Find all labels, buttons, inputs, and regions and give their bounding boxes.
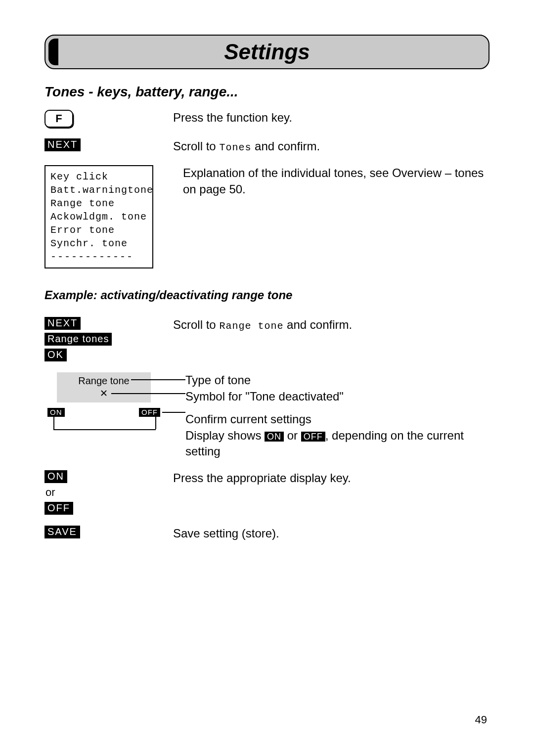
next-softkey: NEXT <box>44 138 81 151</box>
text-fragment: Display shows <box>185 429 265 442</box>
lcd-screen: Range tone ✕ <box>57 372 151 402</box>
example-diagram-row: Range tone ✕ ON OFF Type of tone Symbol … <box>44 372 490 459</box>
ok-softkey: OK <box>44 349 67 361</box>
example-scroll-text: Scroll to Range tone and confirm. <box>173 317 490 333</box>
text-fragment: or <box>284 429 301 442</box>
connector-line <box>131 379 185 380</box>
menu-item: Ackowldgm. tone <box>50 211 148 222</box>
page: Settings Tones - keys, battery, range...… <box>0 0 534 756</box>
text-post: and confirm. <box>283 318 352 331</box>
save-softkey: SAVE <box>44 526 80 538</box>
save-instruction: Save setting (store). <box>173 526 490 541</box>
diagram-softkey-row: ON OFF <box>44 408 163 416</box>
step-menu-row: Key click Batt.warningtone Range tone Ac… <box>44 165 490 268</box>
range-tones-softkey: Range tones <box>44 333 112 346</box>
page-number: 49 <box>475 713 487 726</box>
diagram-label-type: Type of tone <box>185 372 490 388</box>
step-next-tones-row: NEXT Scroll to Tones and confirm. <box>44 138 490 154</box>
onoff-instruction: Press the appropriate display key. <box>173 470 490 486</box>
lcd-tones: Tones <box>219 142 251 153</box>
next-softkey: NEXT <box>44 317 81 330</box>
text-post: and confirm. <box>251 139 320 153</box>
diagram-label-symbol: Symbol for "Tone deactivated" <box>185 389 490 404</box>
lcd-menu-box: Key click Batt.warningtone Range tone Ac… <box>44 165 153 268</box>
banner-tab-decoration <box>48 39 58 65</box>
diagram-tone-label: Range tone <box>61 375 147 387</box>
connector-line <box>111 393 185 394</box>
text-pre: Scroll to <box>173 318 219 331</box>
lcd-diagram: Range tone ✕ ON OFF <box>44 372 173 437</box>
menu-item-dashes: ------------ <box>50 251 148 263</box>
menu-item: Error tone <box>50 224 148 236</box>
text-pre: Scroll to <box>173 139 219 153</box>
page-title: Settings <box>224 40 310 64</box>
example-onoff-row: ON or OFF Press the appropriate display … <box>44 470 490 515</box>
step-fkey-text: Press the function key. <box>173 110 490 126</box>
menu-item: Key click <box>50 171 148 182</box>
on-softkey: ON <box>44 470 67 483</box>
lcd-range-tone: Range tone <box>219 320 283 332</box>
on-inline: ON <box>265 432 284 442</box>
example-heading: Example: activating/deactivating range t… <box>44 288 490 302</box>
bracket-line <box>53 417 54 429</box>
diagram-label-confirm: Confirm current settings <box>185 411 490 427</box>
menu-explanation: Explanation of the individual tones, see… <box>173 165 490 197</box>
on-softkey: ON <box>47 408 65 416</box>
step-fkey-row: F Press the function key. <box>44 110 490 128</box>
diagram-label-display: Display shows ON or OFF, depending on th… <box>185 428 490 460</box>
title-banner: Settings <box>44 35 490 69</box>
connector-line <box>162 412 185 413</box>
section-heading: Tones - keys, battery, range... <box>44 84 490 100</box>
menu-item: Range tone <box>50 198 148 209</box>
menu-item: Batt.warningtone <box>50 184 148 196</box>
step-next-tones-text: Scroll to Tones and confirm. <box>173 138 490 154</box>
off-softkey: OFF <box>139 408 160 416</box>
off-inline: OFF <box>301 432 325 442</box>
example-save-row: SAVE Save setting (store). <box>44 526 490 541</box>
example-scroll-row: NEXT Range tones OK Scroll to Range tone… <box>44 317 490 361</box>
or-text: or <box>45 486 55 499</box>
bracket-line <box>53 429 156 430</box>
menu-item: Synchr. tone <box>50 238 148 249</box>
function-key-icon: F <box>44 110 73 128</box>
off-softkey: OFF <box>44 502 73 515</box>
bracket-line <box>155 417 156 429</box>
